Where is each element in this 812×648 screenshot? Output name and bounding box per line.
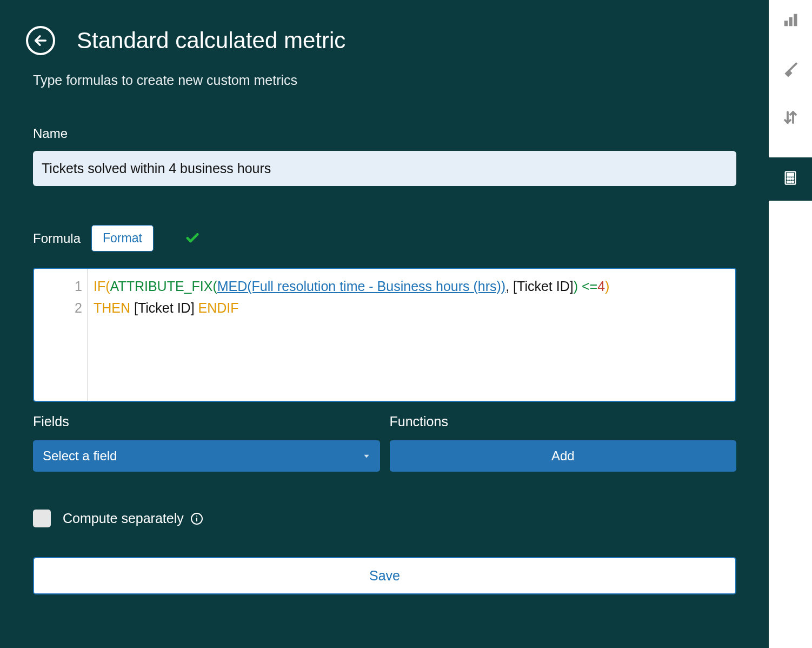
svg-point-17	[790, 181, 791, 183]
name-label: Name	[33, 126, 736, 141]
code-line-2: THEN [Ticket ID] ENDIF	[94, 297, 609, 319]
fields-functions-row: Fields Select a field Functions Add	[33, 414, 736, 472]
svg-rect-7	[794, 14, 797, 27]
code-area[interactable]: IF(ATTRIBUTE_FIX(MED(Full resolution tim…	[88, 269, 615, 401]
svg-point-18	[792, 181, 794, 183]
main-panel: Standard calculated metric Type formulas…	[0, 0, 769, 648]
check-icon	[185, 230, 200, 247]
name-input[interactable]	[33, 151, 736, 186]
arrow-left-icon	[33, 33, 48, 48]
svg-point-16	[787, 181, 789, 183]
line-number-2: 2	[34, 297, 82, 319]
svg-rect-5	[784, 21, 788, 26]
save-button[interactable]: Save	[33, 557, 736, 594]
sidebar-item-brush[interactable]	[769, 60, 812, 80]
formula-editor[interactable]: 1 2 IF(ATTRIBUTE_FIX(MED(Full resolution…	[33, 268, 736, 402]
svg-point-15	[792, 178, 794, 180]
svg-point-4	[196, 515, 197, 517]
functions-column: Functions Add	[390, 414, 737, 472]
sidebar-item-chart[interactable]	[769, 12, 812, 30]
right-sidebar	[769, 0, 812, 648]
brush-icon	[782, 60, 799, 80]
svg-point-13	[787, 178, 789, 180]
format-button[interactable]: Format	[91, 225, 154, 252]
bar-chart-icon	[782, 12, 798, 30]
sidebar-item-sort[interactable]	[769, 109, 812, 128]
compute-separately-row: Compute separately	[33, 510, 736, 527]
formula-header: Formula Format	[33, 225, 736, 252]
add-button[interactable]: Add	[390, 440, 737, 472]
chevron-down-icon	[363, 452, 370, 460]
svg-rect-8	[784, 69, 792, 77]
page-title: Standard calculated metric	[77, 28, 345, 54]
compute-separately-checkbox[interactable]	[33, 510, 51, 527]
line-gutter: 1 2	[34, 269, 88, 401]
fields-select[interactable]: Select a field	[33, 440, 380, 472]
calculator-icon	[783, 170, 798, 188]
page-subtitle: Type formulas to create new custom metri…	[33, 72, 736, 88]
compute-separately-label: Compute separately	[63, 511, 203, 526]
line-number-1: 1	[34, 275, 82, 297]
sidebar-item-calculator[interactable]	[769, 157, 812, 201]
svg-point-14	[790, 178, 791, 180]
back-button[interactable]	[26, 26, 55, 55]
info-icon[interactable]	[190, 512, 203, 525]
functions-label: Functions	[390, 414, 737, 429]
header-row: Standard calculated metric	[26, 26, 736, 55]
svg-rect-12	[787, 174, 794, 176]
code-line-1: IF(ATTRIBUTE_FIX(MED(Full resolution tim…	[94, 275, 609, 297]
fields-label: Fields	[33, 414, 380, 429]
sort-arrows-icon	[782, 109, 798, 128]
formula-label: Formula	[33, 231, 81, 246]
svg-marker-1	[364, 455, 369, 458]
svg-rect-6	[789, 17, 793, 26]
fields-select-placeholder: Select a field	[43, 448, 117, 464]
fields-column: Fields Select a field	[33, 414, 380, 472]
